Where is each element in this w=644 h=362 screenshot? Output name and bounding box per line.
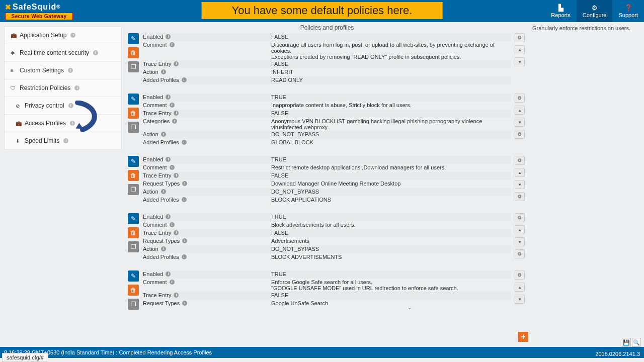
sidebar-item-privacy[interactable]: ⊘ Privacy control i (5, 97, 121, 115)
row-label: Trace Entryi (143, 110, 271, 116)
row-value: Advertisements (271, 238, 509, 244)
row-value: FALSE (271, 110, 509, 116)
policy-side-controls: ❂▴▾❂ (511, 213, 525, 261)
policy-body: EnablediFALSECommentiDiscourage all user… (141, 33, 511, 84)
settings-button[interactable]: ❂ (515, 130, 525, 139)
sidebar-item-speed[interactable]: ⬇ Speed Limits i (5, 132, 121, 149)
add-policy-button[interactable]: + (518, 332, 528, 342)
policy-row: Added ProfilesiBLOCK ADVERTISEMENTS (141, 253, 511, 261)
delete-button[interactable]: 🗑 (128, 108, 139, 119)
sidebar-item-custom[interactable]: ≡ Custom Settings i (5, 62, 121, 79)
policy-row: Trace EntryiFALSE (141, 60, 511, 68)
policy-row: Added ProfilesiGLOBAL BLOCK (141, 139, 511, 147)
sidebar-item-label: Privacy control (25, 102, 64, 109)
row-value: DO_NOT_BYPASS (271, 131, 509, 137)
nav-configure-label: Configure (583, 12, 607, 18)
row-label: Added Profilesi (143, 77, 271, 83)
settings-button[interactable]: ❂ (515, 270, 525, 280)
clone-button[interactable]: ❐ (128, 61, 139, 72)
policy-actions: ✎🗑❐ (128, 94, 141, 147)
edit-button[interactable]: ✎ (128, 94, 139, 105)
row-value: INHERIT (271, 69, 509, 75)
row-label: Request Typesi (143, 238, 271, 244)
policy-row: Request TypesiGoogle UnSafe Search (141, 300, 511, 308)
info-icon: i (174, 230, 179, 235)
footer: 💾 🔍 8 16:29:28 GMT+0530 (India Standard … (0, 342, 644, 362)
move-down-button[interactable]: ▾ (515, 57, 525, 66)
row-label: Request Typesi (143, 300, 271, 306)
policy-row: EnablediFALSE (141, 33, 511, 41)
sidebar-item-access[interactable]: 💼 Access Profiles i (5, 115, 121, 132)
delete-button[interactable]: 🗑 (128, 47, 139, 58)
search-icon[interactable]: 🔍 (632, 338, 641, 347)
nav-support[interactable]: ❓ Support (612, 0, 644, 22)
settings-button[interactable]: ❂ (515, 156, 525, 165)
policy-row: ActioniINHERIT (141, 68, 511, 76)
edit-button[interactable]: ✎ (128, 33, 139, 44)
info-icon: i (182, 181, 187, 186)
row-label: Enabledi (143, 271, 271, 277)
settings-button[interactable]: ❂ (515, 213, 525, 222)
policy-list[interactable]: ✎🗑❐EnablediFALSECommentiDiscourage all u… (128, 33, 526, 341)
footer-link: safesquid.cfg/# (2, 353, 48, 362)
row-label: Enabledi (143, 34, 271, 40)
move-up-button[interactable]: ▴ (515, 225, 525, 234)
info-icon: i (161, 246, 166, 251)
row-label: Commenti (143, 279, 271, 285)
row-value: FALSE (271, 61, 509, 67)
row-value: Block advertisements for all users. (271, 222, 509, 228)
right-note: Granularly enforce restrictions on users… (532, 25, 640, 31)
info-icon: i (166, 214, 171, 219)
row-value: Inappropriate content is abuse, Strictly… (271, 102, 509, 108)
move-up-button[interactable]: ▴ (515, 168, 525, 177)
settings-button[interactable]: ❂ (515, 33, 525, 42)
move-down-button[interactable]: ▾ (515, 237, 525, 246)
nav-support-label: Support (618, 12, 638, 18)
sidebar-item-realtime[interactable]: ✱ Real time content security i (5, 44, 121, 62)
policy-row: ActioniDO_NOT_BYPASS (141, 245, 511, 253)
sidebar-item-app-setup[interactable]: 💼 Application Setup i (5, 27, 121, 44)
delete-button[interactable]: 🗑 (128, 170, 139, 181)
delete-button[interactable]: 🗑 (128, 285, 139, 296)
sliders-icon: ≡ (11, 68, 17, 73)
nav-configure[interactable]: ⚙ Configure (577, 0, 613, 22)
move-up-button[interactable]: ▴ (515, 106, 525, 115)
header: ✖ SafeSquid ® Secure Web Gateway You hav… (0, 0, 644, 22)
row-label: Trace Entryi (143, 172, 271, 178)
save-icon[interactable]: 💾 (622, 338, 631, 347)
move-up-button[interactable]: ▴ (515, 283, 525, 292)
move-down-button[interactable]: ▾ (515, 118, 525, 127)
sidebar-item-label: Restriction Policies (20, 84, 70, 92)
logo-text: ✖ SafeSquid ® (5, 3, 73, 12)
edit-button[interactable]: ✎ (128, 156, 139, 167)
delete-button[interactable]: 🗑 (128, 227, 139, 238)
row-label: Actioni (143, 189, 271, 195)
policy-row: Request TypesiAdvertisements (141, 237, 511, 245)
settings-button[interactable]: ❂ (515, 94, 525, 103)
move-down-button[interactable]: ▾ (515, 295, 525, 304)
logo: ✖ SafeSquid ® Secure Web Gateway (0, 2, 78, 21)
settings-button[interactable]: ❂ (515, 192, 525, 201)
sidebar-item-restriction[interactable]: 🛡 Restriction Policies i (5, 79, 121, 97)
row-value: Restrict remote desktop applications ,Do… (271, 164, 509, 170)
policy-side-controls: ❂▴▾❂ (511, 156, 525, 204)
sidebar-item-label: Speed Limits (25, 137, 59, 144)
edit-button[interactable]: ✎ (128, 213, 139, 224)
settings-button[interactable]: ❂ (515, 249, 525, 258)
move-down-button[interactable]: ▾ (515, 180, 525, 189)
policy-row: EnablediTRUE (141, 156, 511, 164)
info-icon: i (182, 197, 187, 202)
clone-button[interactable]: ❐ (128, 122, 139, 133)
sidebar-item-label: Custom Settings (20, 67, 64, 74)
clone-button[interactable]: ❐ (128, 241, 139, 252)
clone-button[interactable]: ❐ (128, 184, 139, 195)
nav-reports[interactable]: ▙ Reports (545, 0, 577, 22)
row-label: Added Profilesi (143, 254, 271, 260)
edit-button[interactable]: ✎ (128, 270, 139, 282)
row-value: Google UnSafe Search (271, 300, 509, 306)
move-up-button[interactable]: ▴ (515, 45, 525, 54)
info-icon: i (166, 34, 171, 39)
clone-button[interactable]: ❐ (128, 299, 139, 310)
info-icon: i (166, 272, 171, 277)
main: 💼 Application Setup i ✱ Real time conten… (0, 22, 644, 341)
